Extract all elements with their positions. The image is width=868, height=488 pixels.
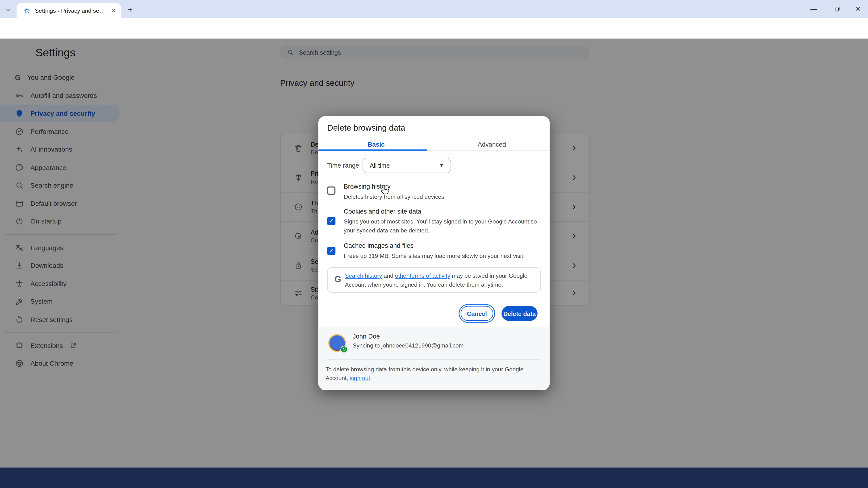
mouse-cursor	[380, 184, 391, 197]
screen: Settings - Privacy and security ✕ + — ✕ …	[0, 0, 868, 488]
tab-title: Settings - Privacy and security	[35, 7, 107, 14]
account-name: John Doe	[352, 333, 380, 340]
tab-close-icon[interactable]: ✕	[111, 7, 117, 14]
checkbox-browsing-history[interactable]	[327, 187, 335, 195]
time-range-value: All time	[370, 162, 390, 169]
delete-data-button[interactable]: Delete data	[501, 306, 537, 321]
check-sub: Signs you out of most sites. You'll stay…	[344, 217, 543, 234]
cancel-button[interactable]: Cancel	[461, 306, 493, 321]
time-range-select[interactable]: All time ▼	[363, 158, 451, 173]
check-sub: Deletes history from all synced devices	[344, 192, 543, 201]
time-range-label: Time range	[327, 162, 359, 169]
window-restore-button[interactable]	[827, 0, 847, 18]
tab-basic[interactable]: Basic	[318, 137, 434, 151]
sign-out-link[interactable]: sign out	[350, 375, 370, 381]
sync-badge-icon: ↻	[340, 346, 348, 353]
check-sub: Frees up 319 MB. Some sites may load mor…	[344, 251, 543, 260]
tab-advanced[interactable]: Advanced	[434, 137, 550, 151]
browser-tab[interactable]: Settings - Privacy and security ✕	[17, 3, 121, 19]
dialog-title: Delete browsing data	[327, 123, 405, 132]
active-tab-underline	[318, 150, 427, 151]
window-close-button[interactable]: ✕	[847, 0, 868, 18]
check-label[interactable]: Cookies and other site data	[344, 208, 421, 215]
signout-note: To delete browsing data from this device…	[326, 365, 545, 382]
search-history-link[interactable]: Search history	[345, 272, 382, 279]
browser-titlebar: Settings - Privacy and security ✕ + — ✕	[0, 0, 868, 18]
footer-divider	[327, 359, 541, 360]
window-minimize-button[interactable]: —	[803, 0, 824, 18]
taskbar: ENG US 4:38 am 24 Oct 2025	[0, 467, 868, 488]
checkbox-cookies[interactable]: ✓	[327, 217, 335, 225]
delete-browsing-data-dialog: Delete browsing data Basic Advanced Time…	[318, 116, 550, 390]
google-account-note: G Search history and other forms of acti…	[327, 267, 541, 293]
sync-status: Syncing to johndoee04121990@gmail.com	[352, 342, 464, 349]
new-tab-button[interactable]: +	[128, 5, 132, 14]
browser-toolbar: Chrome chrome://settings/clearBrowserDat…	[0, 18, 868, 39]
dialog-footer: ↻ John Doe Syncing to johndoee04121990@g…	[318, 327, 550, 390]
checkbox-cached-images[interactable]: ✓	[327, 247, 335, 255]
check-label[interactable]: Cached images and files	[344, 242, 413, 249]
dropdown-caret-icon: ▼	[439, 163, 444, 168]
other-activity-link[interactable]: other forms of activity	[395, 272, 450, 279]
settings-gear-favicon	[23, 7, 31, 14]
note-text: Search history and other forms of activi…	[345, 271, 537, 289]
google-g-icon: G	[335, 274, 341, 284]
tab-search-icon[interactable]	[4, 7, 11, 13]
